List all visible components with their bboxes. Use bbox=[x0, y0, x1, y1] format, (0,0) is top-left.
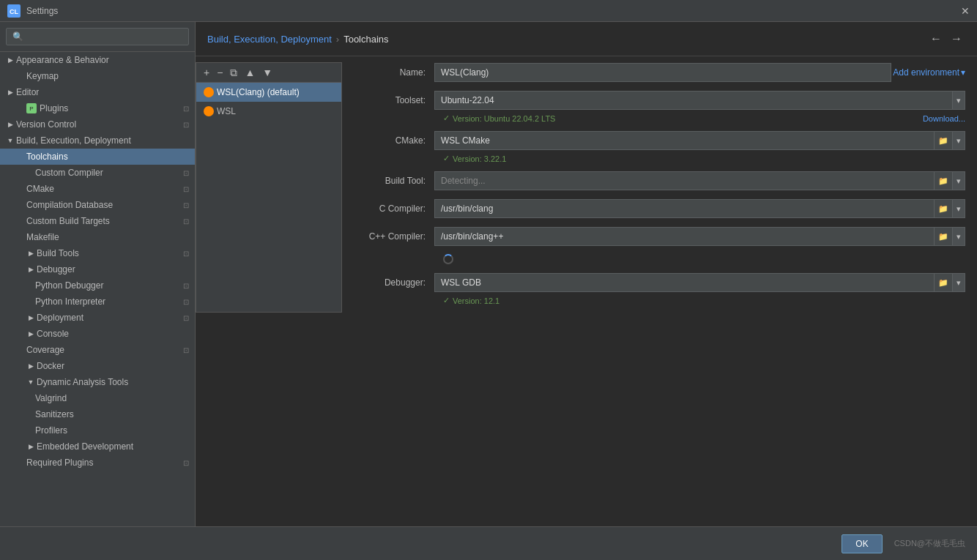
name-label: Name: bbox=[354, 67, 434, 78]
sidebar-item-valgrind[interactable]: Valgrind bbox=[0, 390, 195, 406]
add-environment-button[interactable]: Add environment ▾ bbox=[893, 67, 965, 78]
cmake-folder-button[interactable]: 📁 bbox=[934, 132, 952, 149]
sidebar-item-sanitizers[interactable]: Sanitizers bbox=[0, 406, 195, 422]
debugger-version-text: Version: 12.1 bbox=[453, 296, 499, 305]
sidebar-item-editor[interactable]: ▶ Editor bbox=[0, 84, 195, 100]
sidebar-item-profilers[interactable]: Profilers bbox=[0, 422, 195, 438]
toolset-dropdown-button[interactable]: ▾ bbox=[952, 92, 965, 109]
sidebar-item-debugger[interactable]: ▶ Debugger bbox=[0, 261, 195, 277]
nav-back-button[interactable]: ← bbox=[927, 32, 945, 45]
nav-forward-button[interactable]: → bbox=[948, 32, 965, 45]
check-icon: ✓ bbox=[443, 154, 450, 163]
sidebar-item-cmake[interactable]: CMake ⊡ bbox=[0, 181, 195, 197]
sidebar-item-custom-build[interactable]: Custom Build Targets ⊡ bbox=[0, 213, 195, 229]
cmake-label: CMake: bbox=[354, 135, 434, 146]
sidebar-item-makefile[interactable]: Makefile bbox=[0, 229, 195, 245]
svg-text:CL: CL bbox=[10, 8, 18, 15]
breadcrumb-parent[interactable]: Build, Execution, Deployment bbox=[207, 34, 332, 45]
debugger-row: Debugger: WSL GDB 📁 ▾ bbox=[354, 272, 965, 293]
build-tool-select[interactable]: Detecting... bbox=[435, 172, 934, 190]
sidebar-item-build-tools[interactable]: ▶ Build Tools ⊡ bbox=[0, 245, 195, 261]
sidebar-item-console[interactable]: ▶ Console bbox=[0, 326, 195, 342]
c-compiler-select[interactable]: /usr/bin/clang bbox=[435, 200, 934, 217]
name-input[interactable] bbox=[435, 64, 891, 81]
sidebar-item-label: Dynamic Analysis Tools bbox=[37, 377, 128, 387]
debugger-select-wrap: WSL GDB 📁 ▾ bbox=[434, 273, 965, 292]
sidebar-item-deployment[interactable]: ▶ Deployment ⊡ bbox=[0, 310, 195, 326]
sidebar-item-label: Build, Execution, Deployment bbox=[16, 135, 131, 146]
search-box bbox=[0, 22, 195, 52]
sidebar-item-dynamic-analysis[interactable]: ▼ Dynamic Analysis Tools bbox=[0, 374, 195, 390]
copy-toolchain-button[interactable]: ⧉ bbox=[227, 66, 240, 79]
settings-form: Name: Add environment ▾ Toolset: bbox=[342, 62, 977, 313]
sidebar-item-coverage[interactable]: Coverage ⊡ bbox=[0, 342, 195, 358]
toolchain-item-label: WSL bbox=[217, 106, 236, 116]
debugger-select[interactable]: WSL GDB bbox=[435, 274, 934, 291]
sidebar-item-label: Coverage bbox=[26, 345, 64, 355]
c-compiler-folder-button[interactable]: 📁 bbox=[934, 200, 952, 217]
sidebar-item-custom-compiler[interactable]: Custom Compiler ⊡ bbox=[0, 165, 195, 181]
sidebar-item-embedded-dev[interactable]: ▶ Embedded Development bbox=[0, 438, 195, 455]
build-tool-dropdown-button[interactable]: ▾ bbox=[952, 172, 965, 190]
external-icon: ⊡ bbox=[183, 105, 189, 113]
cpp-compiler-select-wrap: /usr/bin/clang++ 📁 ▾ bbox=[434, 227, 965, 246]
move-up-toolchain-button[interactable]: ▲ bbox=[242, 66, 258, 79]
sidebar-item-label: Required Plugins bbox=[26, 458, 93, 468]
sidebar-item-compilation-db[interactable]: Compilation Database ⊡ bbox=[0, 197, 195, 213]
cpp-compiler-folder-button[interactable]: 📁 bbox=[934, 228, 952, 245]
arrow-icon: ▶ bbox=[26, 362, 35, 370]
sidebar-item-build-exec[interactable]: ▼ Build, Execution, Deployment bbox=[0, 132, 195, 149]
arrow-expanded-icon: ▼ bbox=[6, 136, 15, 145]
sidebar-item-label: Plugins bbox=[40, 103, 68, 113]
sidebar-item-label: CMake bbox=[26, 184, 54, 194]
sidebar-item-label: Profilers bbox=[35, 425, 67, 436]
sidebar-item-required-plugins[interactable]: Required Plugins ⊡ bbox=[0, 455, 195, 471]
build-tool-input-wrap: Detecting... 📁 ▾ bbox=[434, 171, 965, 190]
toolchain-list-item[interactable]: WSL bbox=[196, 102, 341, 121]
add-toolchain-button[interactable]: + bbox=[201, 66, 212, 79]
arrow-expanded-icon: ▼ bbox=[26, 378, 35, 387]
build-tool-folder-button[interactable]: 📁 bbox=[934, 172, 952, 190]
sidebar-item-label: Deployment bbox=[37, 313, 83, 323]
toolset-input-wrap: Ubuntu-22.04 ▾ bbox=[434, 91, 965, 110]
toolset-version-text: Version: Ubuntu 22.04.2 LTS bbox=[453, 114, 555, 123]
cpp-compiler-select[interactable]: /usr/bin/clang++ bbox=[435, 228, 934, 245]
cmake-select[interactable]: WSL CMake bbox=[435, 132, 934, 149]
external-icon: ⊡ bbox=[183, 185, 189, 193]
toolchain-list-item[interactable]: WSL(Clang) (default) bbox=[196, 83, 341, 102]
content-area: Build, Execution, Deployment › Toolchain… bbox=[196, 22, 977, 526]
download-link[interactable]: Download... bbox=[923, 114, 965, 123]
name-row: Name: Add environment ▾ bbox=[354, 62, 965, 83]
chevron-down-icon: ▾ bbox=[961, 67, 965, 78]
sidebar-item-label: Custom Compiler bbox=[35, 168, 103, 178]
sidebar-item-python-debugger[interactable]: Python Debugger ⊡ bbox=[0, 277, 195, 294]
sidebar-item-toolchains[interactable]: Toolchains bbox=[0, 149, 195, 165]
sidebar-item-label: Docker bbox=[37, 361, 64, 371]
close-button[interactable]: ✕ bbox=[961, 5, 970, 17]
debugger-folder-button[interactable]: 📁 bbox=[934, 274, 952, 291]
toolset-select[interactable]: Ubuntu-22.04 bbox=[435, 92, 952, 109]
sidebar-item-version-control[interactable]: ▶ Version Control ⊡ bbox=[0, 116, 195, 132]
remove-toolchain-button[interactable]: − bbox=[214, 66, 226, 79]
sidebar-item-label: Compilation Database bbox=[26, 200, 113, 210]
ok-button[interactable]: OK bbox=[842, 534, 882, 553]
search-input[interactable] bbox=[6, 28, 189, 45]
cpp-compiler-dropdown-button[interactable]: ▾ bbox=[952, 228, 965, 245]
arrow-icon: ▶ bbox=[26, 265, 35, 274]
cmake-dropdown-button[interactable]: ▾ bbox=[952, 132, 965, 149]
move-down-toolchain-button[interactable]: ▼ bbox=[259, 66, 275, 79]
sidebar-item-appearance[interactable]: ▶ Appearance & Behavior bbox=[0, 52, 195, 68]
compiler-detecting-indicator bbox=[354, 254, 965, 266]
sidebar-item-plugins[interactable]: P Plugins ⊡ bbox=[0, 100, 195, 116]
sidebar-item-keymap[interactable]: Keymap bbox=[0, 68, 195, 84]
external-icon: ⊡ bbox=[183, 298, 189, 306]
debugger-dropdown-button[interactable]: ▾ bbox=[952, 274, 965, 291]
sidebar-item-docker[interactable]: ▶ Docker bbox=[0, 358, 195, 374]
toolchain-item-label: WSL(Clang) (default) bbox=[217, 87, 300, 97]
csdn-watermark: CSDN@不做毛毛虫 bbox=[894, 538, 965, 549]
sidebar: ▶ Appearance & Behavior Keymap ▶ Editor … bbox=[0, 22, 196, 526]
sidebar-item-label: Valgrind bbox=[35, 393, 67, 403]
sidebar-item-python-interp[interactable]: Python Interpreter ⊡ bbox=[0, 294, 195, 310]
arrow-icon: ▶ bbox=[6, 120, 15, 129]
c-compiler-dropdown-button[interactable]: ▾ bbox=[952, 200, 965, 217]
